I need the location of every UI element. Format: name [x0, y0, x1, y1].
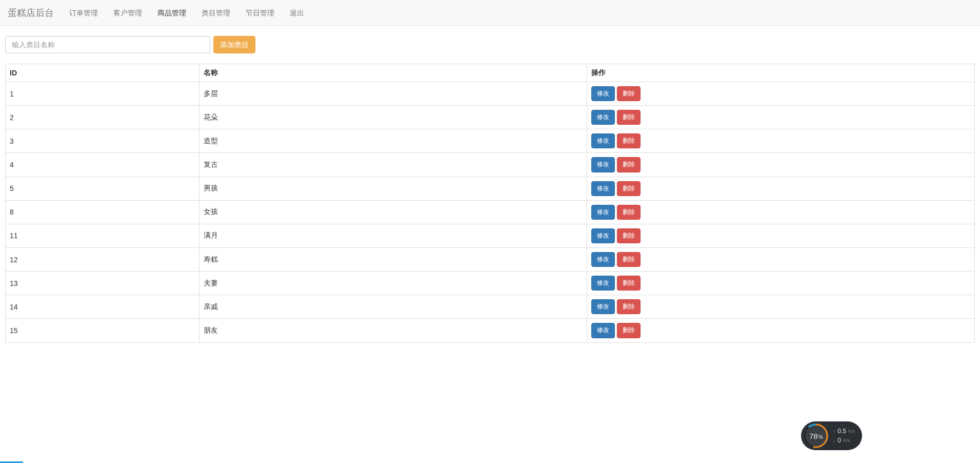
- header-action: 操作: [587, 64, 975, 82]
- nav-menu: 订单管理客户管理商品管理类目管理节日管理退出: [62, 0, 312, 26]
- delete-button[interactable]: 删除: [617, 157, 641, 172]
- cell-name: 亲戚: [199, 295, 587, 319]
- cell-id: 15: [6, 319, 199, 342]
- nav-item-2[interactable]: 商品管理: [150, 0, 194, 26]
- edit-button[interactable]: 修改: [591, 133, 615, 148]
- cell-name: 女孩: [199, 200, 587, 224]
- cell-name: 复古: [199, 153, 587, 177]
- cell-action: 修改删除: [587, 295, 975, 319]
- category-table: ID 名称 操作 1多层修改删除2花朵修改删除3造型修改删除4复古修改删除5男孩…: [5, 64, 975, 343]
- cell-id: 4: [6, 153, 199, 177]
- delete-button[interactable]: 删除: [617, 323, 641, 338]
- edit-button[interactable]: 修改: [591, 299, 615, 314]
- table-header-row: ID 名称 操作: [6, 64, 975, 82]
- cell-action: 修改删除: [587, 153, 975, 177]
- table-row: 4复古修改删除: [6, 153, 975, 177]
- edit-button[interactable]: 修改: [591, 110, 615, 125]
- table-row: 13夫妻修改删除: [6, 272, 975, 295]
- cell-id: 12: [6, 247, 199, 271]
- nav-item-3[interactable]: 类目管理: [194, 0, 238, 26]
- delete-button[interactable]: 删除: [617, 228, 641, 243]
- nav-item-5[interactable]: 退出: [282, 0, 312, 26]
- cell-action: 修改删除: [587, 224, 975, 247]
- table-row: 12寿糕修改删除: [6, 247, 975, 271]
- cell-name: 夫妻: [199, 272, 587, 295]
- table-row: 1多层修改删除: [6, 82, 975, 106]
- table-row: 8女孩修改删除: [6, 200, 975, 224]
- table-row: 11满月修改删除: [6, 224, 975, 247]
- edit-button[interactable]: 修改: [591, 157, 615, 172]
- cell-name: 造型: [199, 129, 587, 153]
- cell-action: 修改删除: [587, 319, 975, 342]
- table-row: 15朋友修改删除: [6, 319, 975, 342]
- header-id: ID: [6, 64, 199, 82]
- cell-id: 1: [6, 82, 199, 106]
- table-row: 2花朵修改删除: [6, 106, 975, 129]
- cell-action: 修改删除: [587, 272, 975, 295]
- edit-button[interactable]: 修改: [591, 276, 615, 291]
- delete-button[interactable]: 删除: [617, 181, 641, 196]
- delete-button[interactable]: 删除: [617, 133, 641, 148]
- cell-action: 修改删除: [587, 177, 975, 200]
- cell-name: 多层: [199, 82, 587, 106]
- table-row: 5男孩修改删除: [6, 177, 975, 200]
- cell-name: 男孩: [199, 177, 587, 200]
- cell-action: 修改删除: [587, 200, 975, 224]
- edit-button[interactable]: 修改: [591, 181, 615, 196]
- top-navbar: 蛋糕店后台 订单管理客户管理商品管理类目管理节日管理退出: [0, 0, 980, 26]
- cell-name: 花朵: [199, 106, 587, 129]
- cell-action: 修改删除: [587, 82, 975, 106]
- edit-button[interactable]: 修改: [591, 323, 615, 338]
- cell-name: 寿糕: [199, 247, 587, 271]
- delete-button[interactable]: 删除: [617, 276, 641, 291]
- edit-button[interactable]: 修改: [591, 205, 615, 220]
- edit-button[interactable]: 修改: [591, 252, 615, 267]
- delete-button[interactable]: 删除: [617, 86, 641, 101]
- cell-id: 3: [6, 129, 199, 153]
- cell-name: 满月: [199, 224, 587, 247]
- delete-button[interactable]: 删除: [617, 110, 641, 125]
- add-category-form: 添加类目: [5, 36, 975, 53]
- table-row: 3造型修改删除: [6, 129, 975, 153]
- cell-id: 8: [6, 200, 199, 224]
- cell-id: 5: [6, 177, 199, 200]
- cell-name: 朋友: [199, 319, 587, 342]
- cell-action: 修改删除: [587, 129, 975, 153]
- brand-title[interactable]: 蛋糕店后台: [8, 7, 62, 19]
- category-name-input[interactable]: [5, 36, 210, 53]
- header-name: 名称: [199, 64, 587, 82]
- cell-id: 2: [6, 106, 199, 129]
- nav-item-4[interactable]: 节日管理: [238, 0, 282, 26]
- delete-button[interactable]: 删除: [617, 299, 641, 314]
- delete-button[interactable]: 删除: [617, 252, 641, 267]
- edit-button[interactable]: 修改: [591, 228, 615, 243]
- main-content: 添加类目 ID 名称 操作 1多层修改删除2花朵修改删除3造型修改删除4复古修改…: [0, 26, 980, 353]
- table-row: 14亲戚修改删除: [6, 295, 975, 319]
- delete-button[interactable]: 删除: [617, 205, 641, 220]
- cell-id: 11: [6, 224, 199, 247]
- edit-button[interactable]: 修改: [591, 86, 615, 101]
- cell-id: 13: [6, 272, 199, 295]
- nav-item-0[interactable]: 订单管理: [62, 0, 106, 26]
- add-category-button[interactable]: 添加类目: [213, 36, 255, 53]
- cell-action: 修改删除: [587, 106, 975, 129]
- cell-id: 14: [6, 295, 199, 319]
- nav-item-1[interactable]: 客户管理: [106, 0, 150, 26]
- cell-action: 修改删除: [587, 247, 975, 271]
